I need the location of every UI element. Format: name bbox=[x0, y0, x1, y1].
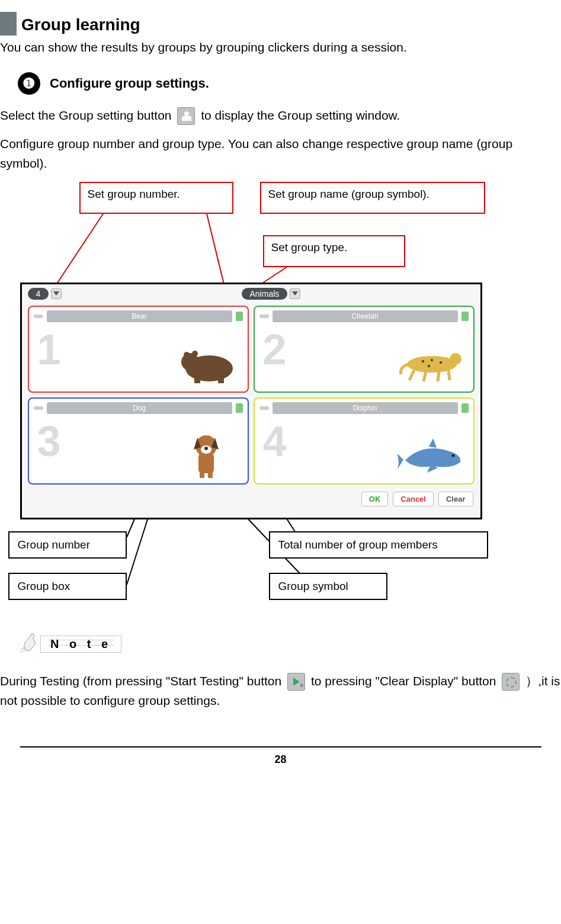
svg-point-13 bbox=[407, 356, 457, 373]
note-body-text: During Testing (from pressing "Start Tes… bbox=[0, 671, 561, 711]
note-part-a: During Testing (from pressing "Start Tes… bbox=[0, 674, 285, 688]
member-count-icon bbox=[236, 403, 243, 413]
clear-display-icon bbox=[502, 673, 520, 691]
group-number-label: 4 bbox=[263, 420, 287, 463]
p1-part-b: to display the Group setting window. bbox=[201, 108, 400, 122]
paragraph-2: Configure group number and group type. Y… bbox=[0, 134, 561, 174]
clear-button[interactable]: Clear bbox=[438, 492, 473, 506]
member-count-icon bbox=[236, 312, 243, 321]
drag-handle-icon bbox=[259, 406, 269, 410]
callout-set-group-type: Set group type. bbox=[263, 235, 405, 267]
paragraph-1: Select the Group setting button to displ… bbox=[0, 105, 561, 126]
group-name-field[interactable]: Bear bbox=[47, 310, 232, 322]
callout-group-number: Group number bbox=[8, 531, 127, 559]
svg-rect-28 bbox=[208, 471, 213, 478]
svg-line-16 bbox=[424, 371, 426, 381]
dropdown-icon bbox=[51, 288, 62, 299]
group-count-value: 4 bbox=[28, 288, 49, 300]
svg-point-19 bbox=[422, 360, 424, 362]
callout-set-group-name: Set group name (group symbol). bbox=[260, 182, 485, 214]
cancel-button[interactable]: Cancel bbox=[393, 492, 434, 506]
callout-group-symbol: Group symbol bbox=[269, 573, 387, 600]
group-name-field[interactable]: Dolphin bbox=[273, 402, 458, 414]
drag-handle-icon bbox=[34, 406, 43, 410]
intro-text: You can show the results by groups by gr… bbox=[0, 40, 561, 54]
svg-point-21 bbox=[440, 361, 442, 364]
page-number: 28 bbox=[20, 746, 541, 778]
svg-rect-12 bbox=[218, 374, 224, 383]
svg-point-29 bbox=[451, 454, 454, 457]
group-type-value: Animals bbox=[242, 288, 288, 300]
p1-part-a: Select the Group setting button bbox=[0, 108, 175, 122]
svg-point-20 bbox=[431, 359, 433, 361]
ok-button[interactable]: OK bbox=[361, 492, 389, 506]
svg-line-17 bbox=[438, 371, 439, 381]
step-label: Configure group settings. bbox=[50, 76, 209, 91]
group-box-4[interactable]: Dolphin 4 bbox=[254, 397, 475, 485]
dropdown-icon bbox=[290, 288, 300, 299]
note-heading: N o t e bbox=[18, 632, 561, 657]
group-name-field[interactable]: Cheetah bbox=[273, 310, 458, 322]
diagram-area: Set group number. Set group name (group … bbox=[14, 182, 547, 608]
member-count-icon bbox=[461, 403, 469, 413]
start-testing-icon: 6 bbox=[287, 673, 305, 691]
section-marker bbox=[0, 12, 17, 36]
svg-point-14 bbox=[450, 353, 461, 365]
group-box-3[interactable]: Dog 3 bbox=[28, 397, 249, 485]
svg-line-30 bbox=[20, 650, 28, 652]
member-count-icon bbox=[461, 312, 469, 321]
callout-set-group-number: Set group number. bbox=[79, 182, 233, 214]
step-number-badge: ❶ bbox=[18, 72, 40, 95]
group-setting-window: 4 Animals Bear 1 bbox=[20, 283, 482, 519]
cheetah-icon bbox=[396, 341, 467, 388]
group-box-2[interactable]: Cheetah 2 bbox=[254, 306, 475, 393]
svg-line-15 bbox=[409, 370, 414, 380]
svg-point-9 bbox=[184, 352, 190, 358]
note-part-b: to pressing "Clear Display" button bbox=[311, 674, 499, 688]
bear-icon bbox=[171, 341, 242, 388]
group-count-dropdown[interactable]: 4 bbox=[28, 288, 62, 300]
svg-rect-11 bbox=[194, 374, 200, 383]
callout-group-box: Group box bbox=[8, 573, 127, 600]
group-number-label: 1 bbox=[37, 328, 61, 371]
section-title: Group learning bbox=[21, 12, 140, 36]
svg-point-26 bbox=[204, 447, 208, 450]
dolphin-icon bbox=[396, 432, 467, 480]
svg-rect-27 bbox=[200, 471, 204, 478]
group-number-label: 3 bbox=[37, 420, 61, 463]
group-setting-icon bbox=[177, 107, 195, 125]
drag-handle-icon bbox=[34, 315, 43, 318]
group-number-label: 2 bbox=[263, 328, 287, 371]
group-type-dropdown[interactable]: Animals bbox=[242, 288, 301, 300]
svg-point-22 bbox=[428, 365, 430, 367]
drag-handle-icon bbox=[259, 315, 269, 318]
svg-line-18 bbox=[448, 370, 450, 380]
note-hand-icon bbox=[18, 632, 41, 657]
svg-point-10 bbox=[192, 351, 198, 357]
group-name-field[interactable]: Dog bbox=[47, 402, 232, 414]
dog-icon bbox=[171, 432, 242, 480]
note-label: N o t e bbox=[48, 637, 114, 650]
callout-total-members: Total number of group members bbox=[269, 531, 488, 559]
group-box-1[interactable]: Bear 1 bbox=[28, 306, 249, 393]
